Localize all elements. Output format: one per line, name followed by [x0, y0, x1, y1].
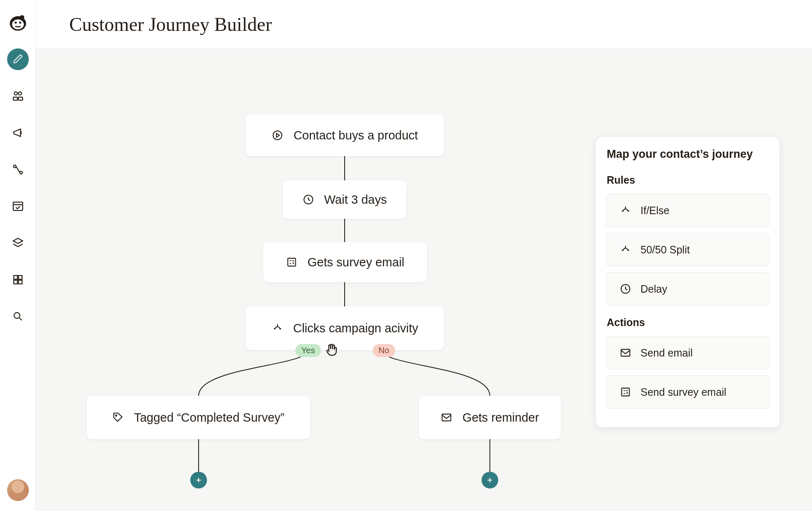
mailchimp-logo-icon[interactable]: [7, 12, 29, 33]
megaphone-icon: [12, 126, 24, 139]
panel-item-label: Delay: [641, 283, 667, 295]
node-reminder[interactable]: Gets reminder: [419, 396, 561, 439]
panel-item-send-survey-email[interactable]: Send survey email: [606, 375, 769, 409]
play-circle-icon: [272, 129, 283, 141]
node-label: Gets reminder: [462, 411, 539, 425]
branch-yes-badge: Yes: [295, 344, 321, 357]
sidebar: [0, 0, 36, 511]
journey-icon: [12, 163, 24, 176]
tag-icon: [112, 412, 124, 423]
node-label: Gets survey email: [308, 256, 404, 269]
node-label: Clicks campaign acivity: [293, 321, 419, 335]
nav-integrations[interactable]: [7, 269, 29, 291]
pencil-icon: [13, 54, 23, 65]
page-title: Customer Journey Builder: [69, 13, 272, 35]
add-step-button-left[interactable]: [190, 472, 207, 488]
node-branch[interactable]: Clicks campaign acivity: [246, 306, 444, 350]
nav-website[interactable]: [7, 195, 29, 217]
node-label: Contact buys a product: [293, 129, 418, 142]
survey-icon: [620, 386, 631, 398]
node-label: Wait 3 days: [324, 193, 387, 207]
node-wait[interactable]: Wait 3 days: [283, 180, 406, 219]
nav-create[interactable]: [7, 48, 29, 70]
content-icon: [12, 237, 24, 249]
panel-section-rules-title: Rules: [606, 174, 769, 186]
nav-automations[interactable]: [7, 159, 29, 180]
search-icon: [12, 311, 24, 322]
add-step-button-right[interactable]: [482, 472, 498, 488]
cursor-hand-icon: [324, 342, 339, 357]
nav-audience[interactable]: [7, 85, 29, 107]
panel-section-actions-title: Actions: [606, 316, 769, 329]
panel-item-send-email[interactable]: Send email: [606, 336, 769, 369]
panel-item-label: Send survey email: [641, 386, 726, 398]
clock-icon: [303, 194, 314, 205]
branch-no-badge: No: [373, 344, 395, 357]
panel-item-if-else[interactable]: If/Else: [606, 194, 769, 227]
journey-canvas[interactable]: Contact buys a product Wait 3 days Gets …: [36, 49, 812, 511]
mail-icon: [620, 347, 631, 359]
panel-title: Map your contact’s journey: [606, 148, 769, 161]
clock-icon: [620, 283, 631, 295]
header: Customer Journey Builder: [36, 0, 812, 49]
user-avatar[interactable]: [7, 479, 29, 501]
mail-icon: [441, 412, 452, 423]
journey-panel: Map your contact’s journey Rules If/Else…: [596, 137, 779, 427]
panel-item-label: 50/50 Split: [641, 244, 690, 256]
node-label: Tagged “Completed Survey”: [134, 411, 285, 425]
split-icon: [620, 244, 631, 256]
split-icon: [272, 322, 283, 334]
panel-item-split[interactable]: 50/50 Split: [606, 233, 769, 266]
panel-item-delay[interactable]: Delay: [606, 272, 769, 306]
panel-item-label: Send email: [641, 347, 693, 359]
grid-icon: [12, 273, 24, 286]
nav-campaigns[interactable]: [7, 122, 29, 144]
panel-item-label: If/Else: [641, 205, 669, 217]
node-start[interactable]: Contact buys a product: [246, 114, 444, 156]
survey-icon: [286, 256, 298, 268]
nav-content[interactable]: [7, 232, 29, 254]
audience-icon: [12, 90, 24, 102]
window-icon: [12, 200, 24, 212]
nav-search[interactable]: [7, 306, 29, 327]
node-survey-email[interactable]: Gets survey email: [263, 242, 427, 282]
node-tagged[interactable]: Tagged “Completed Survey”: [87, 396, 310, 439]
split-icon: [620, 205, 631, 216]
